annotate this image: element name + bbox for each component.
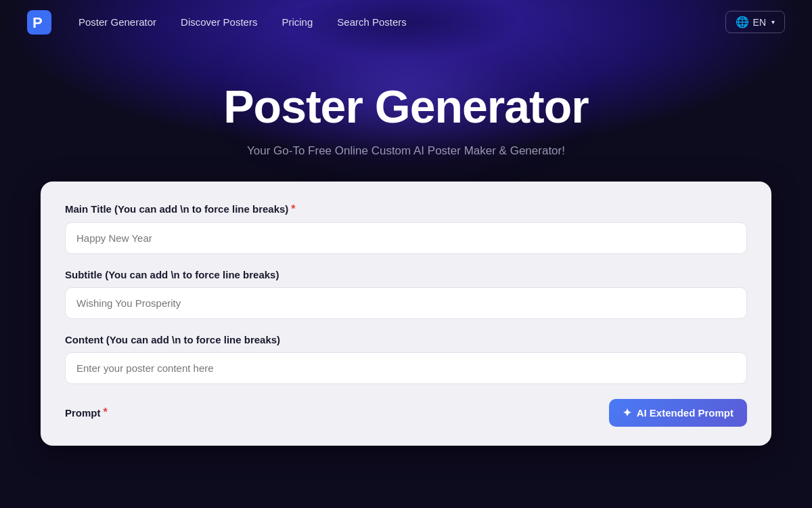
content-group: Content (You can add \n to force line br…	[65, 334, 747, 384]
language-code: EN	[753, 17, 766, 28]
nav-discover-posters[interactable]: Discover Posters	[181, 16, 257, 28]
subtitle-input[interactable]	[65, 287, 747, 319]
nav-search-posters[interactable]: Search Posters	[337, 16, 407, 28]
form-card: Main Title (You can add \n to force line…	[41, 182, 771, 446]
logo[interactable]: P	[27, 10, 51, 35]
navbar: P Poster Generator Discover Posters Pric…	[0, 0, 812, 44]
main-title-label: Main Title (You can add \n to force line…	[65, 203, 747, 215]
ai-button-label: AI Extended Prompt	[637, 407, 734, 419]
content-input[interactable]	[65, 352, 747, 384]
hero-title: Poster Generator	[14, 81, 798, 132]
prompt-required-indicator: *	[104, 406, 108, 419]
svg-text:P: P	[32, 14, 43, 31]
prompt-row: Prompt * ✦ AI Extended Prompt	[65, 399, 747, 427]
prompt-label: Prompt *	[65, 406, 108, 419]
main-title-group: Main Title (You can add \n to force line…	[65, 203, 747, 254]
nav-poster-generator[interactable]: Poster Generator	[78, 16, 156, 28]
language-selector[interactable]: 🌐 EN ▾	[725, 11, 785, 33]
hero-section: Poster Generator Your Go-To Free Online …	[0, 44, 812, 158]
subtitle-group: Subtitle (You can add \n to force line b…	[65, 269, 747, 319]
ai-icon: ✦	[623, 406, 631, 419]
nav-pricing[interactable]: Pricing	[281, 16, 313, 28]
hero-subtitle: Your Go-To Free Online Custom AI Poster …	[14, 144, 798, 158]
chevron-down-icon: ▾	[771, 18, 775, 26]
content-label: Content (You can add \n to force line br…	[65, 334, 747, 345]
subtitle-label: Subtitle (You can add \n to force line b…	[65, 269, 747, 280]
ai-extended-prompt-button[interactable]: ✦ AI Extended Prompt	[609, 399, 747, 427]
main-title-input[interactable]	[65, 222, 747, 254]
nav-links: Poster Generator Discover Posters Pricin…	[78, 16, 725, 28]
required-indicator: *	[291, 203, 295, 215]
globe-icon: 🌐	[736, 16, 749, 28]
